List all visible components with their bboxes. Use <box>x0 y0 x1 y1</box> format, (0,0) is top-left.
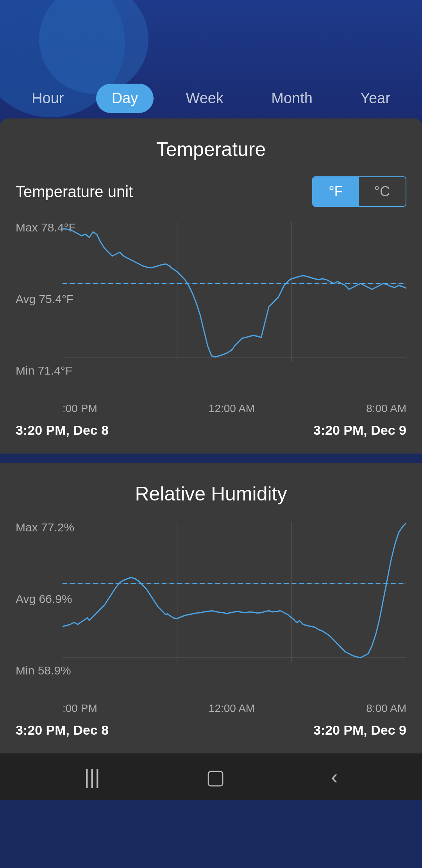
humidity-date-start: 3:20 PM, Dec 8 <box>16 723 109 738</box>
temperature-chart-area: Max 78.4°F Avg 75.4°F Min 71.4°F <box>16 221 406 393</box>
humidity-x-mid1: 12:00 AM <box>209 702 255 715</box>
nav-back-icon[interactable]: ‹ <box>331 765 338 789</box>
temp-x-mid2: 8:00 AM <box>366 402 406 415</box>
humidity-title: Relative Humidity <box>16 482 406 505</box>
temp-x-mid1: 12:00 AM <box>209 402 255 415</box>
humidity-x-mid2: 8:00 AM <box>366 702 406 715</box>
temp-date-start: 3:20 PM, Dec 8 <box>16 423 109 438</box>
tab-month[interactable]: Month <box>256 84 328 113</box>
temperature-card: Temperature Temperature unit °F °C Max 7… <box>0 118 422 454</box>
humidity-date-end: 3:20 PM, Dec 9 <box>313 723 406 738</box>
main-content: Temperature Temperature unit °F °C Max 7… <box>0 118 422 753</box>
temperature-title: Temperature <box>16 138 406 161</box>
nav-home-icon[interactable]: ▢ <box>206 765 225 789</box>
tab-day[interactable]: Day <box>96 84 154 113</box>
temperature-chart <box>63 221 406 377</box>
tab-week[interactable]: Week <box>170 84 239 113</box>
temp-date-end: 3:20 PM, Dec 9 <box>313 423 406 438</box>
temp-x-left: :00 PM <box>63 402 97 415</box>
humidity-x-left: :00 PM <box>63 702 97 715</box>
unit-label: Temperature unit <box>16 183 133 201</box>
humidity-x-labels: :00 PM 12:00 AM 8:00 AM <box>16 699 406 715</box>
temp-date-range: 3:20 PM, Dec 8 3:20 PM, Dec 9 <box>16 423 406 438</box>
tab-year[interactable]: Year <box>345 84 406 113</box>
unit-celsius[interactable]: °C <box>359 177 406 206</box>
unit-fahrenheit[interactable]: °F <box>313 177 358 206</box>
temp-x-labels: :00 PM 12:00 AM 8:00 AM <box>16 399 406 415</box>
tab-hour[interactable]: Hour <box>16 84 79 113</box>
humidity-chart <box>63 521 406 677</box>
humidity-date-range: 3:20 PM, Dec 8 3:20 PM, Dec 9 <box>16 723 406 738</box>
unit-toggle-row: Temperature unit °F °C <box>16 176 406 207</box>
nav-bar: ||| ▢ ‹ <box>0 753 422 800</box>
humidity-card: Relative Humidity Max 77.2% Avg 66.9% Mi… <box>0 463 422 753</box>
humidity-chart-area: Max 77.2% Avg 66.9% Min 58.9% <box>16 521 406 693</box>
unit-toggle: °F °C <box>312 176 406 207</box>
nav-menu-icon[interactable]: ||| <box>84 765 100 789</box>
tab-bar: Hour Day Week Month Year <box>0 78 422 118</box>
